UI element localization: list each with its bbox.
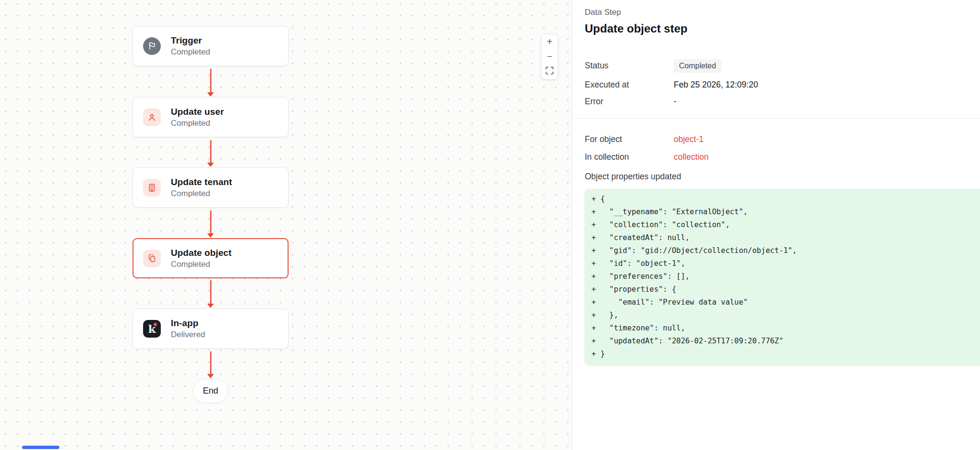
node-trigger[interactable]: Trigger Completed — [133, 26, 289, 66]
flow-arrow — [210, 69, 212, 93]
for-object-row: For object object-1 — [585, 134, 980, 144]
status-row: Status Completed — [585, 59, 980, 73]
node-status: Delivered — [171, 330, 205, 340]
diff-heading: Object properties updated — [585, 171, 980, 182]
node-status: Completed — [171, 260, 232, 269]
plus-icon: + — [547, 36, 553, 47]
node-update-user[interactable]: Update user Completed — [133, 97, 289, 137]
status-label: Status — [585, 61, 674, 71]
executed-at-value: Feb 25 2026, 12:09:20 — [674, 80, 758, 90]
node-update-tenant[interactable]: Update tenant Completed — [133, 167, 289, 208]
node-status: Completed — [171, 47, 210, 57]
zoom-controls: + − — [541, 34, 558, 79]
diff-code: + { + "__typename": "ExternalObject", + … — [591, 193, 980, 361]
user-icon — [143, 109, 161, 126]
flow-arrow — [210, 210, 212, 234]
node-status: Completed — [171, 189, 232, 198]
status-badge: Completed — [674, 59, 721, 73]
step-details-panel: Data Step Update object step Status Comp… — [573, 0, 980, 450]
in-collection-link[interactable]: collection — [674, 152, 709, 162]
node-title: Update tenant — [171, 177, 232, 187]
minus-icon: − — [547, 51, 553, 62]
node-update-object[interactable]: Update object Completed — [133, 238, 289, 278]
building-icon — [143, 179, 161, 197]
node-in-app[interactable]: k In-app Delivered — [133, 308, 289, 349]
flow-arrow — [210, 351, 212, 374]
executed-at-label: Executed at — [585, 80, 674, 90]
workflow-run-view: Trigger Completed Update user Completed — [0, 0, 980, 450]
knock-logo-icon: k — [143, 320, 161, 338]
flag-icon — [143, 37, 161, 55]
error-value: - — [674, 97, 677, 107]
in-collection-row: In collection collection — [585, 152, 980, 162]
copy-icon — [143, 250, 161, 267]
workflow-canvas[interactable]: Trigger Completed Update user Completed — [0, 0, 572, 450]
node-title: Trigger — [171, 35, 210, 46]
fit-view-icon — [546, 66, 554, 77]
node-title: In-app — [171, 318, 205, 329]
node-title: Update user — [171, 107, 224, 117]
flow-arrow — [210, 140, 212, 163]
for-object-label: For object — [585, 134, 674, 144]
step-type-label: Data Step — [585, 8, 980, 16]
end-node: End — [193, 379, 228, 403]
zoom-out-button[interactable]: − — [542, 49, 557, 64]
error-row: Error - — [585, 96, 980, 107]
for-object-link[interactable]: object-1 — [674, 134, 703, 144]
error-label: Error — [585, 97, 674, 107]
node-status: Completed — [171, 119, 224, 128]
diff-code-block: + { + "__typename": "ExternalObject", + … — [585, 189, 980, 364]
flow-arrow — [210, 280, 212, 304]
step-title: Update object step — [585, 22, 980, 35]
section-divider — [573, 118, 980, 119]
executed-at-row: Executed at Feb 25 2026, 12:09:20 — [585, 79, 980, 90]
node-title: Update object — [171, 248, 232, 258]
in-collection-label: In collection — [585, 152, 674, 162]
fit-view-button[interactable] — [542, 64, 557, 79]
zoom-in-button[interactable]: + — [542, 34, 557, 49]
horizontal-scrollbar-thumb[interactable] — [22, 446, 59, 449]
